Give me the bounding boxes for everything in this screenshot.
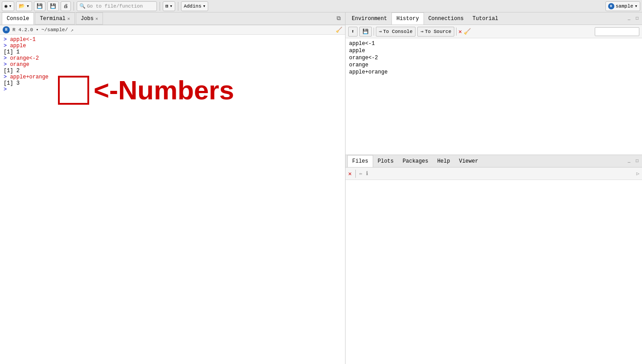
- history-toolbar: ⬆ 💾 ⇒ To Console ⇒ To Source ✕ 🧹: [346, 25, 642, 38]
- right-top-panel: Environment History Connections Tutorial…: [346, 12, 642, 155]
- new-file-dropdown: ▾: [9, 3, 12, 9]
- files-nav-btn[interactable]: ▷: [636, 171, 639, 176]
- tab-packages[interactable]: Packages: [398, 155, 433, 167]
- files-sep-1: [355, 170, 356, 178]
- tab-files[interactable]: Files: [347, 155, 373, 167]
- console-area[interactable]: > apple<-1 > apple [1] 1 > orange<-2 > o…: [0, 35, 345, 364]
- main-layout: Console Terminal ✕ Jobs ✕ ⧉ R R 4.2.0 • …: [0, 12, 642, 364]
- prompt-6: >: [4, 86, 7, 93]
- cmd-2: apple: [10, 43, 26, 49]
- hist-sep-2: [456, 28, 457, 36]
- layout-icon: ⊞: [165, 3, 169, 9]
- tab-console-label: Console: [7, 16, 29, 22]
- history-item-4[interactable]: orange: [349, 61, 638, 69]
- load-icon: ⬆: [351, 29, 354, 34]
- tab-terminal-close[interactable]: ✕: [67, 16, 70, 21]
- history-item-1[interactable]: apple<-1: [349, 40, 638, 47]
- maximize-right-top-btn[interactable]: □: [634, 16, 640, 22]
- history-item-3[interactable]: orange<-2: [349, 54, 638, 61]
- top-toolbar: ◉ ▾ 📂 ▾ 💾 💾 🖨 🔍 Go to file/function ⊞ ▾ …: [0, 0, 642, 12]
- right-top-controls: _ □: [626, 16, 640, 22]
- new-file-btn[interactable]: ◉ ▾: [2, 1, 14, 11]
- history-broom-btn[interactable]: 🧹: [464, 28, 471, 35]
- files-info-btn[interactable]: ℹ: [366, 170, 368, 177]
- history-close-btn[interactable]: ✕: [458, 28, 462, 35]
- open-file-btn[interactable]: 📂 ▾: [16, 1, 32, 11]
- cmd-3: orange<-2: [10, 55, 39, 61]
- r-version: R 4.2.0: [12, 27, 33, 33]
- tab-help[interactable]: Help: [433, 155, 455, 167]
- right-bottom-controls: _ □: [626, 158, 640, 164]
- print-btn[interactable]: 🖨: [61, 1, 71, 11]
- tab-tutorial-label: Tutorial: [473, 16, 498, 22]
- console-line-6: [1] 2: [4, 68, 342, 74]
- tab-jobs-close[interactable]: ✕: [95, 16, 98, 21]
- save-hist-icon: 💾: [362, 29, 369, 34]
- tab-environment-label: Environment: [352, 16, 387, 22]
- minimize-right-top-btn[interactable]: _: [626, 16, 632, 22]
- console-line-4: > orange<-2: [4, 55, 342, 61]
- tab-terminal[interactable]: Terminal ✕: [35, 12, 75, 25]
- open-icon: 📂: [19, 3, 25, 9]
- to-source-btn[interactable]: ⇒ To Source: [417, 27, 454, 37]
- toolbar-sep-2: [160, 2, 160, 11]
- r-logo: R: [3, 26, 10, 33]
- files-edit-btn[interactable]: ✏: [359, 170, 362, 177]
- tab-history[interactable]: History: [391, 12, 424, 25]
- tab-viewer-label: Viewer: [459, 158, 478, 164]
- tab-jobs[interactable]: Jobs ✕: [76, 12, 103, 25]
- hist-sep-1: [374, 28, 374, 36]
- files-close-btn[interactable]: ✕: [348, 170, 352, 177]
- broom-icon: 🧹: [336, 27, 342, 33]
- save-btn[interactable]: 💾: [34, 1, 45, 11]
- toolbar-sep-1: [74, 2, 74, 11]
- search-icon: 🔍: [79, 3, 86, 9]
- right-bottom-panel: Files Plots Packages Help Viewer _ □: [346, 155, 642, 364]
- go-to-file-btn[interactable]: 🔍 Go to file/function: [77, 1, 157, 11]
- prompt-5: >: [4, 74, 10, 80]
- output-3: [1] 3: [4, 80, 20, 86]
- history-item-2[interactable]: apple: [349, 47, 638, 54]
- files-toolbar: ✕ ✏ ℹ ▷: [346, 168, 642, 180]
- console-line-2: > apple: [4, 43, 342, 49]
- numbers-text: <-Numbers: [94, 75, 234, 106]
- to-console-btn[interactable]: ⇒ To Console: [376, 27, 416, 37]
- prompt-2: >: [4, 43, 10, 49]
- addins-label: Addins: [184, 4, 202, 9]
- left-panel: Console Terminal ✕ Jobs ✕ ⧉ R R 4.2.0 • …: [0, 12, 346, 364]
- output-2: [1] 2: [4, 68, 20, 74]
- console-path-bar: R R 4.2.0 • ~/sample/ ↗ 🧹: [0, 25, 345, 35]
- working-directory: ~/sample/: [41, 27, 68, 33]
- tab-plots[interactable]: Plots: [373, 155, 398, 167]
- prompt-1: >: [4, 37, 10, 43]
- tab-viewer[interactable]: Viewer: [454, 155, 482, 167]
- history-search-input[interactable]: [595, 27, 639, 36]
- tab-connections[interactable]: Connections: [424, 12, 468, 25]
- tab-console[interactable]: Console: [2, 12, 34, 25]
- console-line-3: [1] 1: [4, 49, 342, 55]
- tab-help-label: Help: [437, 158, 450, 164]
- user-btn[interactable]: R sample ▾: [605, 1, 640, 11]
- right-bottom-tab-bar: Files Plots Packages Help Viewer _ □: [346, 155, 642, 168]
- history-load-btn[interactable]: ⬆: [348, 27, 358, 37]
- new-file-icon: ◉: [4, 3, 8, 9]
- minimize-right-bottom-btn[interactable]: _: [626, 158, 632, 164]
- console-collapse-btn[interactable]: ⧉: [334, 15, 343, 22]
- console-line-5: > orange: [4, 61, 342, 68]
- output-1: [1] 1: [4, 49, 20, 55]
- tab-environment[interactable]: Environment: [347, 12, 391, 25]
- save-icon: 💾: [37, 3, 43, 9]
- r-logo-small: R: [608, 3, 614, 9]
- console-clear-btn[interactable]: 🧹: [336, 27, 342, 33]
- history-item-5[interactable]: apple+orange: [349, 69, 638, 76]
- save-all-btn[interactable]: 💾: [47, 1, 59, 11]
- addins-btn[interactable]: Addins ▾: [181, 1, 208, 11]
- history-save-btn[interactable]: 💾: [359, 27, 372, 37]
- console-tab-bar: Console Terminal ✕ Jobs ✕ ⧉: [0, 12, 345, 25]
- layout-btn[interactable]: ⊞ ▾: [163, 1, 175, 11]
- tab-packages-label: Packages: [403, 158, 428, 164]
- maximize-right-bottom-btn[interactable]: □: [634, 158, 640, 164]
- tab-tutorial[interactable]: Tutorial: [468, 12, 503, 25]
- right-top-tab-bar: Environment History Connections Tutorial…: [346, 12, 642, 25]
- files-nav-right: ▷: [636, 171, 639, 177]
